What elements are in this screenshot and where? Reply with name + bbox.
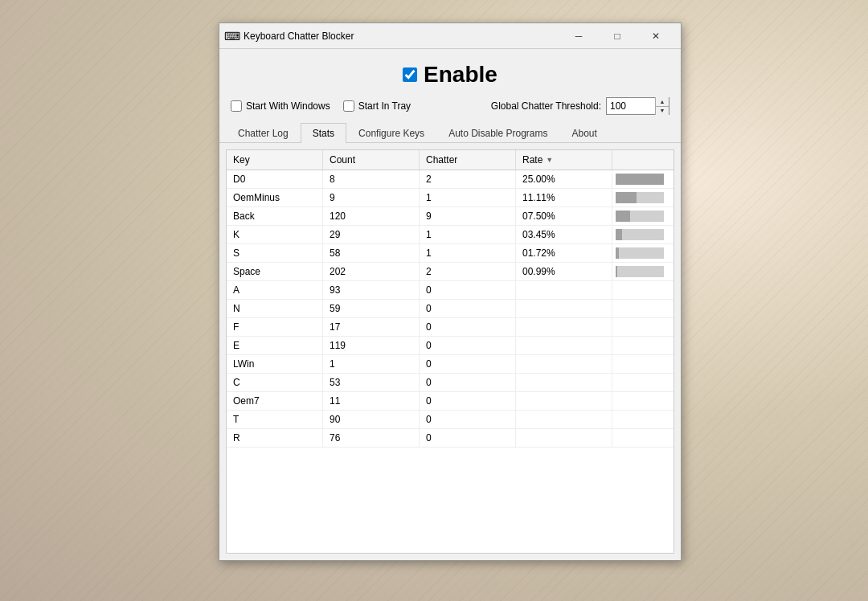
cell-count: 202: [323, 263, 420, 280]
start-in-tray-checkbox[interactable]: [343, 100, 354, 112]
cell-bar: [612, 226, 674, 243]
table-row[interactable]: S58101.72%: [227, 244, 674, 263]
cell-key: T: [227, 411, 323, 428]
cell-chatter: 2: [420, 170, 516, 188]
cell-bar: [612, 170, 674, 188]
bar-fill: [616, 247, 619, 259]
threshold-input[interactable]: [607, 98, 655, 114]
table-row[interactable]: R760: [227, 429, 674, 448]
minimize-button[interactable]: ─: [560, 25, 597, 47]
tabs-row: Chatter Log Stats Configure Keys Auto Di…: [219, 123, 681, 143]
cell-rate: [516, 281, 612, 299]
cell-bar: [612, 263, 674, 280]
cell-bar: [612, 318, 674, 336]
start-with-windows-option: Start With Windows: [231, 100, 330, 112]
cell-count: 59: [323, 300, 420, 317]
cell-count: 17: [323, 318, 420, 336]
cell-bar: [612, 244, 674, 262]
titlebar: ⌨ Keyboard Chatter Blocker ─ □ ✕: [219, 23, 681, 49]
cell-key: OemMinus: [227, 189, 323, 206]
cell-key: R: [227, 429, 323, 447]
threshold-label: Global Chatter Threshold:: [491, 100, 601, 112]
bar-fill: [616, 211, 630, 222]
cell-chatter: 0: [420, 392, 516, 410]
enable-section: Enable: [219, 49, 681, 97]
cell-count: 53: [323, 374, 420, 391]
bar-fill: [616, 229, 622, 240]
cell-chatter: 0: [420, 318, 516, 336]
cell-count: 93: [323, 281, 420, 299]
stats-table: Key Count Chatter Rate ▼ D08225.00%OemMi…: [226, 149, 674, 554]
bar-fill: [616, 266, 617, 277]
threshold-increment-button[interactable]: ▲: [656, 97, 669, 107]
enable-checkbox[interactable]: [403, 67, 417, 82]
main-window: ⌨ Keyboard Chatter Blocker ─ □ ✕ Enable …: [219, 22, 682, 561]
cell-bar: [612, 374, 674, 391]
col-header-key: Key: [227, 150, 323, 170]
tab-auto-disable-programs[interactable]: Auto Disable Programs: [436, 123, 559, 143]
cell-count: 11: [323, 392, 420, 410]
cell-chatter: 0: [420, 429, 516, 447]
cell-key: K: [227, 226, 323, 243]
start-with-windows-checkbox[interactable]: [231, 100, 242, 112]
table-row[interactable]: F170: [227, 318, 674, 337]
table-row[interactable]: C530: [227, 374, 674, 392]
bar-background: [616, 174, 664, 185]
cell-key: F: [227, 318, 323, 336]
table-row[interactable]: N590: [227, 300, 674, 318]
cell-chatter: 0: [420, 411, 516, 428]
cell-chatter: 0: [420, 300, 516, 317]
cell-rate: 25.00%: [516, 170, 612, 188]
close-button[interactable]: ✕: [637, 25, 674, 47]
bar-fill: [616, 174, 664, 185]
maximize-button[interactable]: □: [599, 25, 636, 47]
cell-count: 120: [323, 207, 420, 225]
cell-bar: [612, 189, 674, 206]
cell-count: 29: [323, 226, 420, 243]
table-body[interactable]: D08225.00%OemMinus9111.11%Back120907.50%…: [227, 170, 674, 553]
table-row[interactable]: Oem7110: [227, 392, 674, 411]
table-row[interactable]: E1190: [227, 337, 674, 355]
threshold-decrement-button[interactable]: ▼: [656, 107, 669, 116]
table-row[interactable]: OemMinus9111.11%: [227, 189, 674, 207]
options-row: Start With Windows Start In Tray Global …: [219, 97, 681, 123]
table-header: Key Count Chatter Rate ▼: [227, 150, 674, 170]
cell-count: 76: [323, 429, 420, 447]
table-row[interactable]: Back120907.50%: [227, 207, 674, 226]
cell-chatter: 1: [420, 226, 516, 243]
tab-about[interactable]: About: [560, 123, 609, 143]
table-row[interactable]: Space202200.99%: [227, 263, 674, 281]
window-controls: ─ □ ✕: [560, 25, 674, 47]
window-title: Keyboard Chatter Blocker: [244, 31, 560, 42]
cell-key: S: [227, 244, 323, 262]
start-with-windows-label: Start With Windows: [246, 100, 330, 112]
table-row[interactable]: LWin10: [227, 355, 674, 374]
cell-bar: [612, 281, 674, 299]
cell-key: Space: [227, 263, 323, 280]
cell-rate: [516, 318, 612, 336]
cell-rate: 00.99%: [516, 263, 612, 280]
cell-count: 58: [323, 244, 420, 262]
table-row[interactable]: A930: [227, 281, 674, 300]
cell-key: N: [227, 300, 323, 317]
start-in-tray-label: Start In Tray: [358, 100, 411, 112]
cell-rate: [516, 374, 612, 391]
cell-bar: [612, 429, 674, 447]
table-row[interactable]: D08225.00%: [227, 170, 674, 189]
col-header-rate[interactable]: Rate ▼: [516, 150, 612, 170]
threshold-section: Global Chatter Threshold: ▲ ▼: [491, 97, 669, 115]
threshold-input-wrap: ▲ ▼: [606, 97, 669, 115]
cell-key: A: [227, 281, 323, 299]
cell-key: Back: [227, 207, 323, 225]
table-row[interactable]: T900: [227, 411, 674, 429]
table-row[interactable]: K29103.45%: [227, 226, 674, 244]
tab-stats[interactable]: Stats: [301, 123, 346, 143]
cell-rate: [516, 429, 612, 447]
cell-chatter: 0: [420, 355, 516, 373]
cell-chatter: 1: [420, 189, 516, 206]
col-header-chatter: Chatter: [420, 150, 516, 170]
cell-key: Oem7: [227, 392, 323, 410]
tab-configure-keys[interactable]: Configure Keys: [346, 123, 436, 143]
tab-chatter-log[interactable]: Chatter Log: [226, 123, 301, 143]
cell-rate: 01.72%: [516, 244, 612, 262]
